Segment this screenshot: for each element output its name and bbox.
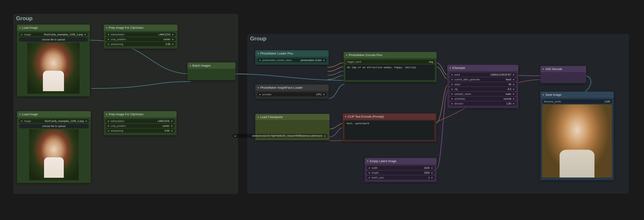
chevron-left-icon[interactable]: ◀ — [107, 33, 109, 36]
field-interpolation[interactable]: ◀interpolationLANCZOS▶ — [106, 32, 176, 37]
node-title: CLIP Text Encode (Prompt) — [348, 115, 384, 118]
chevron-right-icon[interactable]: ▶ — [513, 88, 515, 90]
upload-button[interactable]: choose file to upload — [19, 37, 88, 42]
field-cfg[interactable]: ◀cfg8.0▶ — [449, 87, 516, 91]
node-title: Empty Latent Image — [370, 159, 396, 163]
chevron-left-icon[interactable]: ◀ — [107, 38, 109, 40]
chevron-left-icon[interactable]: ◀ — [234, 135, 236, 137]
chevron-right-icon[interactable]: ▶ — [432, 171, 433, 174]
node-prep-clipvision-1[interactable]: Prep Image For ClipVision ◀interpolation… — [104, 25, 178, 49]
chevron-right-icon[interactable]: ▶ — [324, 59, 325, 61]
field-trigger-word[interactable]: trigger_wordimg — [346, 60, 435, 64]
upload-button[interactable]: choose file to upload — [19, 124, 89, 128]
field-denoise[interactable]: ◀denoise1.00▶ — [449, 102, 516, 106]
chevron-right-icon[interactable]: ▶ — [513, 93, 515, 95]
chevron-right-icon[interactable]: ▶ — [513, 102, 515, 105]
node-ksampler[interactable]: KSampler ◀seed138001214610787▶ ◀control_… — [447, 65, 518, 108]
chevron-left-icon[interactable]: ◀ — [451, 98, 452, 100]
chevron-left-icon[interactable]: ◀ — [107, 120, 109, 122]
chevron-right-icon[interactable]: ▶ — [513, 78, 515, 81]
node-title: Save Image — [546, 93, 561, 96]
node-title: Load Checkpoint — [260, 115, 283, 119]
chevron-right-icon[interactable]: ▶ — [324, 135, 326, 137]
chevron-right-icon[interactable]: ▶ — [172, 38, 174, 40]
node-photomaker-encode[interactable]: PhotoMaker Encode Plus trigger_wordimg A… — [344, 52, 437, 82]
node-clip-text-encode[interactable]: CLIP Text Encode (Prompt) text, watermar… — [343, 113, 436, 142]
node-batch-images[interactable]: Batch Images — [187, 63, 236, 80]
chevron-left-icon[interactable]: ◀ — [451, 93, 452, 95]
chevron-right-icon[interactable]: ▶ — [432, 176, 433, 179]
chevron-right-icon[interactable]: ▶ — [85, 33, 86, 36]
field-sharpening[interactable]: ◀sharpening0.00▶ — [106, 129, 175, 133]
chevron-right-icon[interactable]: ▶ — [513, 83, 515, 85]
node-title: PhotoMaker Encode Plus — [348, 53, 382, 57]
chevron-left-icon[interactable]: ◀ — [451, 74, 452, 76]
field-provider[interactable]: ◀providerCPU▶ — [257, 92, 327, 96]
node-load-image-1[interactable]: Load Image ◀ image RunComfy_examples_110… — [17, 25, 90, 96]
node-title: PhotoMaker Loader Plus — [260, 52, 293, 55]
field-ckpt-name[interactable]: ◀ ckpt_name sdxl/protovisionXLHighFideli… — [232, 134, 328, 138]
prompt-textarea[interactable]: text, watermark — [344, 121, 434, 140]
chevron-left-icon[interactable]: ◀ — [368, 171, 370, 174]
field-sharpening[interactable]: ◀sharpening0.00▶ — [106, 42, 176, 46]
node-vae-decode[interactable]: VAE Decode — [540, 66, 586, 83]
field-filename-prefix[interactable]: filename_prefix1109 — [542, 99, 612, 104]
chevron-left-icon[interactable]: ◀ — [451, 88, 452, 90]
node-load-image-2[interactable]: Load Image ◀imageRunComfy_examples_1109_… — [17, 111, 91, 183]
field-interpolation[interactable]: ◀interpolationLANCZOS▶ — [106, 119, 175, 123]
field-image[interactable]: ◀imageRunComfy_examples_1109_2.png▶ — [19, 119, 89, 123]
chevron-left-icon[interactable]: ◀ — [107, 125, 109, 127]
node-prep-clipvision-2[interactable]: Prep Image For ClipVision ◀interpolation… — [104, 111, 176, 135]
chevron-right-icon[interactable]: ▶ — [172, 43, 174, 45]
chevron-left-icon[interactable]: ◀ — [259, 59, 260, 61]
node-save-image[interactable]: Save Image filename_prefix1109 — [540, 92, 614, 180]
chevron-left-icon[interactable]: ◀ — [21, 120, 22, 122]
node-insightface-loader[interactable]: PhotoMaker InsightFace Loader ◀providerC… — [255, 85, 329, 99]
chevron-right-icon[interactable]: ▶ — [432, 167, 433, 169]
field-seed[interactable]: ◀seed138001214610787▶ — [449, 73, 516, 77]
field-scheduler[interactable]: ◀schedulernormal▶ — [449, 97, 516, 101]
field-width[interactable]: ◀width1024▶ — [366, 166, 435, 170]
chevron-left-icon[interactable]: ◀ — [107, 43, 109, 45]
chevron-right-icon[interactable]: ▶ — [172, 33, 174, 36]
node-title: VAE Decode — [546, 67, 562, 71]
chevron-left-icon[interactable]: ◀ — [451, 102, 452, 105]
chevron-left-icon[interactable]: ◀ — [259, 93, 260, 96]
chevron-left-icon[interactable]: ◀ — [21, 33, 22, 36]
chevron-left-icon[interactable]: ◀ — [107, 129, 109, 132]
field-steps[interactable]: ◀steps30▶ — [449, 82, 516, 86]
image-preview — [29, 129, 79, 180]
chevron-right-icon[interactable]: ▶ — [171, 120, 173, 122]
node-title: Prep Image For ClipVision — [109, 26, 144, 29]
chevron-left-icon[interactable]: ◀ — [451, 78, 452, 81]
node-photomaker-loader[interactable]: PhotoMaker Loader Plus ◀photomaker_model… — [255, 50, 329, 65]
field-sampler-name[interactable]: ◀sampler_nameeuler▶ — [449, 92, 516, 96]
chevron-left-icon[interactable]: ◀ — [368, 176, 370, 179]
node-title: Load Image — [22, 26, 38, 29]
node-title: KSampler — [452, 66, 465, 70]
chevron-right-icon[interactable]: ▶ — [86, 120, 87, 122]
image-preview — [542, 104, 612, 177]
node-title: Batch Images — [192, 64, 211, 67]
node-title: PhotoMaker InsightFace Loader — [260, 86, 303, 89]
field-image[interactable]: ◀ image RunComfy_examples_1109_1.png ▶ — [19, 32, 88, 37]
chevron-right-icon[interactable]: ▶ — [513, 74, 515, 76]
node-load-checkpoint[interactable]: Load Checkpoint ◀ ckpt_name sdxl/protovi… — [255, 114, 330, 140]
chevron-left-icon[interactable]: ◀ — [368, 167, 370, 169]
node-title: Load Image — [22, 113, 38, 116]
group-title: Group — [13, 14, 238, 23]
field-crop-position[interactable]: ◀crop_positioncenter▶ — [106, 124, 175, 128]
group-title: Group — [247, 34, 629, 43]
field-batch-size[interactable]: ◀batch_size1▶ — [366, 175, 435, 180]
field-control-after[interactable]: ◀control_after_generatefixed▶ — [449, 77, 516, 82]
field-model-name[interactable]: ◀photomaker_model_namephotomaker-v2.bin▶ — [257, 58, 327, 62]
chevron-right-icon[interactable]: ▶ — [171, 129, 173, 132]
field-crop-position[interactable]: ◀crop_positioncenter▶ — [106, 37, 176, 41]
field-height[interactable]: ◀height1024▶ — [366, 171, 435, 175]
chevron-right-icon[interactable]: ▶ — [171, 125, 173, 127]
chevron-right-icon[interactable]: ▶ — [324, 93, 325, 96]
prompt-textarea[interactable]: An img of an attractive woman, happy, sm… — [346, 65, 435, 80]
node-empty-latent[interactable]: Empty Latent Image ◀width1024▶ ◀height10… — [365, 158, 437, 182]
chevron-right-icon[interactable]: ▶ — [513, 98, 515, 100]
chevron-left-icon[interactable]: ◀ — [451, 83, 452, 85]
